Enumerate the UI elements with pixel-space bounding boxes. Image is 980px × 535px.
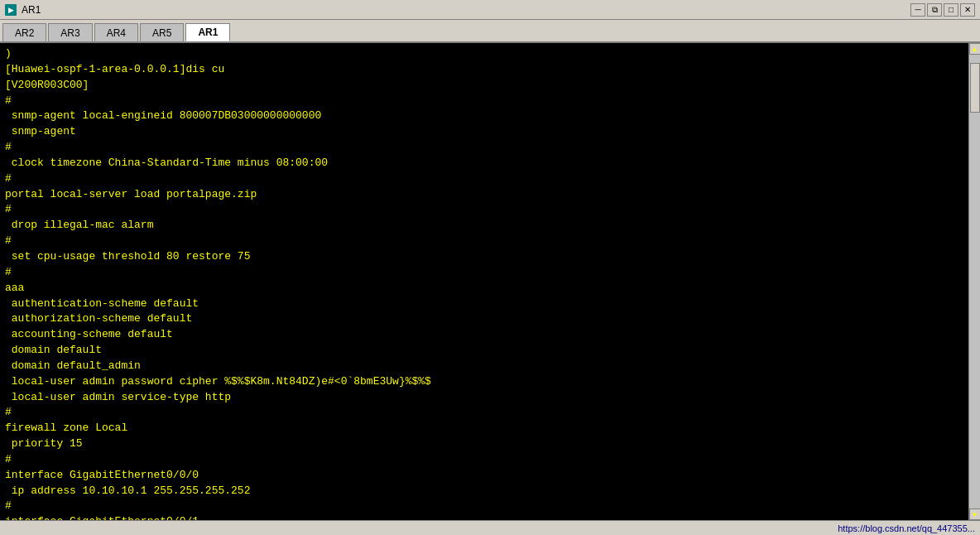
tab-AR4[interactable]: AR4 — [94, 23, 138, 41]
maximize-button[interactable]: □ — [944, 3, 958, 17]
scrollbar-track-area[interactable] — [969, 55, 980, 508]
tab-AR5[interactable]: AR5 — [140, 23, 184, 41]
title-bar-left: ▶ AR1 — [5, 4, 41, 16]
title-bar: ▶ AR1 ─ ⧉ □ ✕ — [0, 0, 980, 20]
status-bar: https://blog.csdn.net/qq_447355... — [0, 520, 980, 535]
app-icon: ▶ — [5, 4, 17, 16]
scrollbar[interactable]: ▲ ▼ — [968, 43, 980, 520]
scroll-up-button[interactable]: ▲ — [969, 43, 981, 55]
scroll-down-button[interactable]: ▼ — [969, 508, 981, 520]
window-title: AR1 — [22, 4, 41, 16]
tab-AR3[interactable]: AR3 — [48, 23, 92, 41]
terminal-container: ) [Huawei-ospf-1-area-0.0.0.1]dis cu [V2… — [0, 43, 980, 520]
scrollbar-thumb[interactable] — [970, 63, 980, 113]
minimize-button[interactable]: ─ — [910, 3, 925, 17]
close-button[interactable]: ✕ — [960, 3, 975, 17]
restore-button[interactable]: ⧉ — [927, 3, 942, 17]
window-controls[interactable]: ─ ⧉ □ ✕ — [910, 3, 975, 17]
tab-bar: AR2 AR3 AR4 AR5 AR1 — [0, 20, 980, 43]
status-url: https://blog.csdn.net/qq_447355... — [838, 523, 975, 533]
terminal-output[interactable]: ) [Huawei-ospf-1-area-0.0.0.1]dis cu [V2… — [0, 43, 968, 520]
tab-AR2[interactable]: AR2 — [2, 23, 46, 41]
tab-AR1[interactable]: AR1 — [185, 23, 230, 41]
app-icon-glyph: ▶ — [8, 6, 14, 14]
